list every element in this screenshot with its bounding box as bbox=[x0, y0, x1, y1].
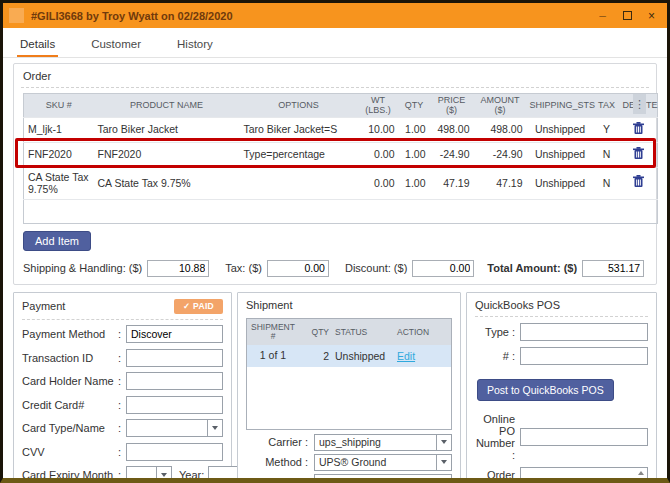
cell-wt: 0.00 bbox=[358, 142, 399, 167]
col-tax[interactable]: TAX bbox=[594, 94, 620, 118]
tab-bar: Details Customer History bbox=[3, 28, 667, 58]
col-shipment-number[interactable]: SHIPMENT # bbox=[247, 323, 299, 342]
payment-method-label: Payment Method bbox=[22, 328, 118, 340]
credit-card-label: Credit Card# bbox=[22, 399, 118, 411]
card-type-select[interactable] bbox=[126, 419, 223, 437]
chevron-down-icon bbox=[156, 467, 171, 483]
cell-price: 498.00 bbox=[430, 117, 474, 142]
shipment-title: Shipment bbox=[246, 299, 292, 311]
total-amount-input[interactable] bbox=[582, 260, 644, 277]
order-notes-label: Order Notes : bbox=[475, 467, 520, 483]
cell-qty: 1.00 bbox=[399, 167, 430, 199]
quickbooks-title: QuickBooks POS bbox=[475, 299, 560, 311]
tab-details[interactable]: Details bbox=[17, 32, 58, 57]
tab-customer[interactable]: Customer bbox=[88, 32, 144, 57]
order-notes-textarea[interactable] bbox=[520, 467, 648, 483]
cell-product-name: Taro Biker Jacket bbox=[94, 117, 240, 142]
divider bbox=[22, 319, 223, 320]
divider bbox=[475, 316, 648, 317]
payment-section: Payment ✓ PAID Payment Method: Transacti… bbox=[13, 292, 232, 482]
cell-sku: FNF2020 bbox=[24, 142, 94, 167]
qb-type-input[interactable] bbox=[520, 323, 648, 341]
order-section-label: Order bbox=[21, 68, 649, 87]
tracking-id-label: Tracking ID : bbox=[246, 476, 314, 483]
cell-wt: 10.00 bbox=[358, 117, 399, 142]
carrier-label: Carrier : bbox=[246, 436, 314, 448]
paid-badge: ✓ PAID bbox=[174, 299, 223, 314]
trash-icon[interactable] bbox=[633, 147, 644, 160]
divider bbox=[21, 87, 649, 88]
cell-product-name: CA State Tax 9.75% bbox=[94, 167, 240, 199]
tax-label: Tax: ($) bbox=[225, 262, 262, 274]
cvv-input[interactable] bbox=[126, 443, 223, 461]
col-qty[interactable]: QTY bbox=[399, 94, 430, 118]
trash-icon[interactable] bbox=[633, 175, 644, 188]
col-shipment-status[interactable]: STATUS bbox=[331, 327, 393, 337]
transaction-id-input[interactable] bbox=[126, 349, 223, 367]
tax-input[interactable] bbox=[267, 260, 329, 277]
shipment-table: SHIPMENT # QTY STATUS ACTION 1 of 1 2 Un… bbox=[246, 318, 452, 430]
quickbooks-section: QuickBooks POS Type : # : Post to QuickB… bbox=[466, 292, 657, 482]
post-to-quickbooks-button[interactable]: Post to QuickBooks POS bbox=[477, 379, 614, 401]
card-holder-name-label: Card Holder Name bbox=[22, 375, 118, 387]
chevron-down-icon bbox=[207, 420, 222, 436]
payment-title: Payment bbox=[22, 300, 65, 312]
discount-input[interactable] bbox=[412, 260, 474, 277]
order-table: SKU # PRODUCT NAME OPTIONS WT (LBS.) QTY… bbox=[23, 93, 647, 224]
scroll-up-icon[interactable] bbox=[638, 471, 644, 475]
cell-wt: 0.00 bbox=[358, 167, 399, 199]
table-row: CA State Tax 9.75% CA State Tax 9.75% 0.… bbox=[24, 167, 658, 199]
shipment-row: 1 of 1 2 Unshipped Edit bbox=[247, 345, 451, 367]
col-shipping-sts[interactable]: SHIPPING_STS bbox=[527, 94, 594, 118]
payment-method-input[interactable] bbox=[126, 325, 223, 343]
add-item-button[interactable]: Add Item bbox=[23, 231, 91, 251]
col-amount[interactable]: AMOUNT ($) bbox=[474, 94, 527, 118]
tab-history[interactable]: History bbox=[174, 32, 216, 57]
cell-price: -24.90 bbox=[430, 142, 474, 167]
card-holder-name-input[interactable] bbox=[126, 372, 223, 390]
maximize-icon[interactable] bbox=[623, 11, 632, 20]
close-icon[interactable]: × bbox=[648, 10, 655, 22]
edit-shipment-link[interactable]: Edit bbox=[397, 350, 415, 362]
cell-product-name: FNF2020 bbox=[94, 142, 240, 167]
app-icon bbox=[9, 8, 24, 23]
table-row-highlighted: FNF2020 FNF2020 Type=percentage 0.00 1.0… bbox=[24, 142, 658, 167]
cvv-label: CVV bbox=[22, 446, 118, 458]
card-type-label: Card Type/Name bbox=[22, 422, 118, 434]
cell-tax: Y bbox=[594, 117, 620, 142]
card-expiry-month-label: Card Expiry Month bbox=[22, 469, 118, 481]
cell-shipping-sts: Unshipped bbox=[527, 167, 594, 199]
scrollbar[interactable] bbox=[635, 469, 646, 483]
col-shipment-qty[interactable]: QTY bbox=[299, 327, 331, 337]
cell-tax: N bbox=[594, 167, 620, 199]
col-weight[interactable]: WT (LBS.) bbox=[358, 94, 399, 118]
minimize-icon[interactable]: – bbox=[599, 10, 607, 22]
shipment-qty-value: 2 bbox=[299, 350, 331, 362]
method-select[interactable]: UPS® Ground bbox=[314, 454, 452, 471]
qb-number-label: # : bbox=[475, 350, 520, 362]
col-price[interactable]: PRICE ($) bbox=[430, 94, 474, 118]
chevron-down-icon bbox=[436, 455, 451, 470]
carrier-value: ups_shipping bbox=[319, 436, 381, 448]
order-totals: Shipping & Handling: ($) Tax: ($) Discou… bbox=[23, 260, 647, 277]
col-options[interactable]: OPTIONS bbox=[240, 94, 358, 118]
shipping-handling-input[interactable] bbox=[147, 260, 209, 277]
order-section: Order SKU # PRODUCT NAME OPTIONS WT bbox=[13, 63, 657, 285]
tracking-id-input[interactable] bbox=[314, 474, 452, 483]
qb-type-label: Type : bbox=[475, 326, 520, 338]
cell-options bbox=[240, 167, 358, 199]
expiry-month-select[interactable] bbox=[126, 466, 172, 483]
chevron-down-icon bbox=[436, 435, 451, 450]
credit-card-input[interactable] bbox=[126, 396, 223, 414]
col-product-name[interactable]: PRODUCT NAME bbox=[94, 94, 240, 118]
col-shipment-action[interactable]: ACTION bbox=[393, 327, 451, 337]
method-value: UPS® Ground bbox=[319, 456, 386, 468]
carrier-select[interactable]: ups_shipping bbox=[314, 434, 452, 451]
column-menu-icon[interactable]: ⋮ bbox=[633, 94, 646, 114]
online-po-number-input[interactable] bbox=[520, 428, 648, 446]
col-sku[interactable]: SKU # bbox=[24, 94, 94, 118]
trash-icon[interactable] bbox=[633, 122, 644, 135]
cell-qty: 1.00 bbox=[399, 142, 430, 167]
method-label: Method : bbox=[246, 456, 314, 468]
qb-number-input[interactable] bbox=[520, 347, 648, 365]
